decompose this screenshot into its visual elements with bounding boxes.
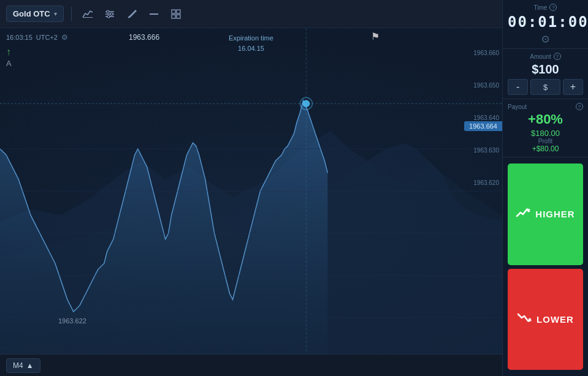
chevron-down-icon: ▾	[54, 10, 57, 17]
grid-button[interactable]	[167, 6, 185, 23]
chart-icon	[82, 9, 93, 20]
chart-settings-icon[interactable]: ⚙	[61, 33, 68, 42]
line-tool-button[interactable]	[145, 6, 162, 23]
lower-button[interactable]: LOWER	[508, 269, 583, 370]
timeframe-label: M4	[13, 361, 23, 370]
svg-point-5	[110, 13, 113, 15]
svg-rect-9	[172, 10, 175, 13]
higher-trend-icon	[516, 206, 530, 219]
chart-body: 16:03:15 UTC+2 ⚙ ↑ A 1963.666 Expiration…	[0, 28, 502, 354]
svg-point-4	[107, 10, 109, 13]
payout-percent: +80%	[508, 111, 583, 127]
indicators-button[interactable]	[101, 6, 118, 23]
timeframe-selector[interactable]: M4 ▲	[6, 358, 40, 373]
expiration-label: Expiration time	[229, 33, 273, 43]
chart-time: 16:03:15 UTC+2 ⚙	[6, 33, 68, 42]
svg-point-6	[107, 15, 110, 18]
filter-icon	[104, 9, 115, 20]
asset-selector[interactable]: Gold OTC ▾	[6, 6, 64, 22]
clock-icon: ⊙	[508, 33, 583, 45]
current-price-value: 1963.664	[469, 122, 497, 130]
svg-point-17	[302, 100, 310, 107]
chart-annotation-a: A	[6, 59, 12, 68]
amount-info-icon[interactable]: ?	[554, 53, 561, 60]
chart-bottom-bar: M4 ▲	[0, 354, 502, 376]
payout-info-icon[interactable]: ?	[576, 103, 583, 110]
chart-type-button[interactable]	[79, 6, 96, 23]
pen-icon	[126, 9, 137, 20]
amount-decrease-button[interactable]: -	[508, 79, 528, 95]
amount-increase-button[interactable]: +	[563, 79, 583, 95]
time-info-icon[interactable]: ?	[549, 4, 557, 11]
chart-timezone: UTC+2	[36, 34, 58, 41]
currency-display: $	[530, 79, 560, 95]
toolbar-divider	[71, 7, 72, 21]
expiration-info: Expiration time 16.04.15	[229, 33, 273, 53]
svg-rect-0	[83, 17, 93, 18]
svg-rect-10	[177, 10, 180, 13]
higher-icon	[516, 206, 530, 222]
expiration-time-value: 16.04.15	[229, 43, 273, 54]
payout-label: Payout	[508, 103, 527, 110]
time-section-label: Time ?	[508, 4, 583, 11]
price-chart-svg	[0, 28, 502, 354]
profit-value: +$80.00	[508, 145, 583, 153]
amount-display: $100	[508, 62, 583, 77]
right-panel: Time ? 00:01:00 ⊙ Amount ? $100 - $ + Pa…	[502, 0, 588, 376]
lower-label: LOWER	[536, 314, 574, 325]
chart-price-bottom-label: 1963.622	[58, 317, 86, 325]
chart-flag-marker: ⚑	[371, 31, 380, 42]
toolbar: Gold OTC ▾	[0, 0, 502, 28]
higher-label: HIGHER	[535, 209, 575, 219]
current-price-badge: 1963.664	[464, 121, 502, 131]
lower-icon	[517, 312, 532, 327]
draw-button[interactable]	[123, 6, 140, 23]
higher-button[interactable]: HIGHER	[508, 164, 583, 265]
chart-price-top-label: 1963.666	[129, 33, 159, 42]
chart-area: Gold OTC ▾	[0, 0, 502, 376]
payout-amount: $180.00	[508, 129, 583, 138]
trade-buttons: HIGHER LOWER	[503, 157, 588, 376]
time-section: Time ? 00:01:00 ⊙	[503, 0, 588, 49]
chart-time-value: 16:03:15	[6, 34, 32, 41]
asset-name: Gold OTC	[13, 9, 50, 18]
profit-label: Profit	[508, 138, 583, 145]
amount-section: Amount ? $100 - $ +	[503, 49, 588, 99]
timeframe-chevron: ▲	[26, 361, 34, 370]
time-display: 00:01:00	[508, 13, 583, 31]
amount-controls: - $ +	[508, 79, 583, 95]
amount-section-label: Amount ?	[508, 53, 583, 60]
minus-icon	[148, 9, 159, 20]
lower-trend-icon	[517, 312, 532, 324]
grid-icon	[170, 9, 181, 20]
payout-header: Payout ?	[508, 103, 583, 110]
svg-rect-11	[172, 15, 175, 18]
payout-section: Payout ? +80% $180.00 Profit +$80.00	[503, 99, 588, 157]
chart-trend-arrow: ↑	[6, 47, 11, 58]
svg-rect-12	[177, 15, 180, 18]
